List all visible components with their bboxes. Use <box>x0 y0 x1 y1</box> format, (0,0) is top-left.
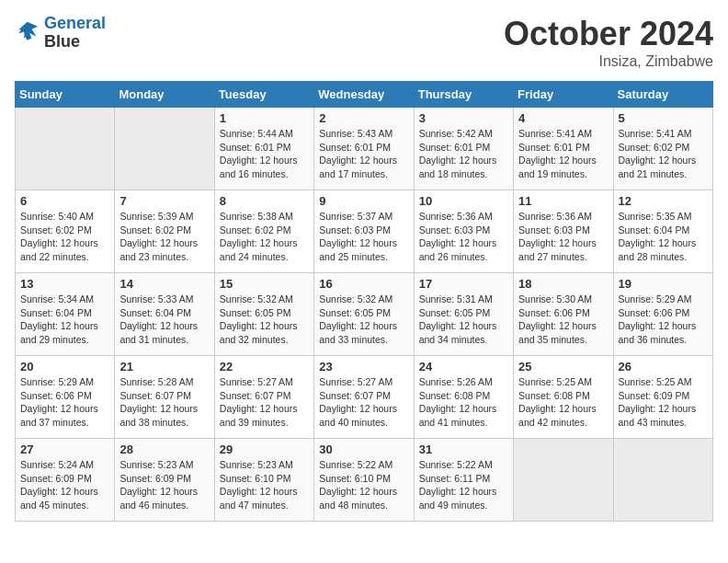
col-header-thursday: Thursday <box>414 82 513 108</box>
day-number: 30 <box>319 442 408 456</box>
day-cell: 23Sunrise: 5:27 AMSunset: 6:07 PMDayligh… <box>314 356 414 439</box>
day-number: 2 <box>319 111 408 125</box>
day-number: 21 <box>119 360 209 373</box>
day-cell: 29Sunrise: 5:23 AMSunset: 6:10 PMDayligh… <box>214 439 313 522</box>
day-info: Sunrise: 5:22 AMSunset: 6:10 PMDaylight:… <box>319 458 408 512</box>
day-number: 18 <box>518 277 608 291</box>
month-title: October 2024 <box>504 15 713 53</box>
col-header-sunday: Sunday <box>16 82 115 108</box>
day-info: Sunrise: 5:29 AMSunset: 6:06 PMDaylight:… <box>20 375 109 430</box>
day-number: 15 <box>220 277 309 291</box>
day-number: 10 <box>419 194 508 208</box>
day-number: 3 <box>419 111 508 125</box>
day-number: 6 <box>20 194 109 208</box>
day-cell: 25Sunrise: 5:25 AMSunset: 6:08 PMDayligh… <box>514 356 613 439</box>
calendar-table: SundayMondayTuesdayWednesdayThursdayFrid… <box>15 81 713 522</box>
day-number: 5 <box>619 111 708 125</box>
day-number: 26 <box>619 360 708 373</box>
day-number: 28 <box>119 442 209 456</box>
title-block: October 2024 Insiza, Zimbabwe <box>504 15 713 70</box>
day-number: 14 <box>119 277 209 291</box>
col-header-tuesday: Tuesday <box>214 82 313 108</box>
col-header-friday: Friday <box>514 82 613 108</box>
week-row-1: 1Sunrise: 5:44 AMSunset: 6:01 PMDaylight… <box>16 108 713 190</box>
day-info: Sunrise: 5:36 AMSunset: 6:03 PMDaylight:… <box>419 210 508 264</box>
day-number: 13 <box>20 277 109 291</box>
day-number: 27 <box>20 442 109 456</box>
day-number: 25 <box>518 360 608 373</box>
week-row-3: 13Sunrise: 5:34 AMSunset: 6:04 PMDayligh… <box>16 273 713 356</box>
day-info: Sunrise: 5:23 AMSunset: 6:09 PMDaylight:… <box>119 458 209 512</box>
day-cell: 3Sunrise: 5:42 AMSunset: 6:01 PMDaylight… <box>414 108 513 190</box>
day-number: 19 <box>619 277 708 291</box>
day-info: Sunrise: 5:33 AMSunset: 6:04 PMDaylight:… <box>119 293 209 347</box>
day-info: Sunrise: 5:30 AMSunset: 6:06 PMDaylight:… <box>518 293 608 347</box>
day-cell: 6Sunrise: 5:40 AMSunset: 6:02 PMDaylight… <box>16 190 115 273</box>
day-cell: 27Sunrise: 5:24 AMSunset: 6:09 PMDayligh… <box>16 439 115 522</box>
day-cell: 7Sunrise: 5:39 AMSunset: 6:02 PMDaylight… <box>115 190 214 273</box>
day-cell: 22Sunrise: 5:27 AMSunset: 6:07 PMDayligh… <box>214 356 313 439</box>
day-info: Sunrise: 5:27 AMSunset: 6:07 PMDaylight:… <box>319 375 408 430</box>
day-number: 4 <box>518 111 608 125</box>
day-cell: 2Sunrise: 5:43 AMSunset: 6:01 PMDaylight… <box>314 108 414 190</box>
location-subtitle: Insiza, Zimbabwe <box>504 53 713 70</box>
col-header-monday: Monday <box>115 82 214 108</box>
day-info: Sunrise: 5:34 AMSunset: 6:04 PMDaylight:… <box>20 293 109 347</box>
day-info: Sunrise: 5:27 AMSunset: 6:07 PMDaylight:… <box>220 375 309 430</box>
day-cell: 28Sunrise: 5:23 AMSunset: 6:09 PMDayligh… <box>115 439 214 522</box>
day-info: Sunrise: 5:29 AMSunset: 6:06 PMDaylight:… <box>619 293 708 347</box>
day-info: Sunrise: 5:28 AMSunset: 6:07 PMDaylight:… <box>119 375 209 430</box>
header-row: SundayMondayTuesdayWednesdayThursdayFrid… <box>16 82 713 108</box>
day-cell: 16Sunrise: 5:32 AMSunset: 6:05 PMDayligh… <box>314 273 414 356</box>
day-number: 29 <box>220 442 309 456</box>
day-cell <box>115 108 214 190</box>
day-info: Sunrise: 5:31 AMSunset: 6:05 PMDaylight:… <box>419 293 508 347</box>
logo: General Blue <box>15 15 106 52</box>
week-row-2: 6Sunrise: 5:40 AMSunset: 6:02 PMDaylight… <box>16 190 713 273</box>
day-cell: 18Sunrise: 5:30 AMSunset: 6:06 PMDayligh… <box>514 273 613 356</box>
day-number: 12 <box>619 194 708 208</box>
day-cell <box>613 439 712 522</box>
day-number: 8 <box>220 194 309 208</box>
day-cell: 13Sunrise: 5:34 AMSunset: 6:04 PMDayligh… <box>16 273 115 356</box>
day-info: Sunrise: 5:22 AMSunset: 6:11 PMDaylight:… <box>419 458 508 512</box>
day-info: Sunrise: 5:39 AMSunset: 6:02 PMDaylight:… <box>119 210 209 264</box>
day-info: Sunrise: 5:37 AMSunset: 6:03 PMDaylight:… <box>319 210 408 264</box>
day-cell: 30Sunrise: 5:22 AMSunset: 6:10 PMDayligh… <box>314 439 414 522</box>
day-number: 23 <box>319 360 408 373</box>
day-info: Sunrise: 5:41 AMSunset: 6:02 PMDaylight:… <box>619 127 708 181</box>
page-header: General Blue October 2024 Insiza, Zimbab… <box>15 15 713 70</box>
day-cell: 17Sunrise: 5:31 AMSunset: 6:05 PMDayligh… <box>414 273 513 356</box>
day-number: 31 <box>419 442 508 456</box>
day-info: Sunrise: 5:25 AMSunset: 6:08 PMDaylight:… <box>518 375 608 430</box>
day-number: 20 <box>20 360 109 373</box>
day-info: Sunrise: 5:44 AMSunset: 6:01 PMDaylight:… <box>220 127 309 181</box>
col-header-wednesday: Wednesday <box>314 82 414 108</box>
day-info: Sunrise: 5:36 AMSunset: 6:03 PMDaylight:… <box>518 210 608 264</box>
day-cell: 9Sunrise: 5:37 AMSunset: 6:03 PMDaylight… <box>314 190 414 273</box>
col-header-saturday: Saturday <box>613 82 712 108</box>
day-number: 11 <box>518 194 608 208</box>
day-info: Sunrise: 5:32 AMSunset: 6:05 PMDaylight:… <box>220 293 309 347</box>
day-cell: 10Sunrise: 5:36 AMSunset: 6:03 PMDayligh… <box>414 190 513 273</box>
day-cell: 31Sunrise: 5:22 AMSunset: 6:11 PMDayligh… <box>414 439 513 522</box>
logo-text: General Blue <box>44 15 106 52</box>
day-cell <box>514 439 613 522</box>
day-cell: 19Sunrise: 5:29 AMSunset: 6:06 PMDayligh… <box>613 273 712 356</box>
day-cell: 21Sunrise: 5:28 AMSunset: 6:07 PMDayligh… <box>115 356 214 439</box>
day-info: Sunrise: 5:25 AMSunset: 6:09 PMDaylight:… <box>619 375 708 430</box>
day-cell: 26Sunrise: 5:25 AMSunset: 6:09 PMDayligh… <box>613 356 712 439</box>
day-number: 17 <box>419 277 508 291</box>
day-cell: 1Sunrise: 5:44 AMSunset: 6:01 PMDaylight… <box>214 108 313 190</box>
day-info: Sunrise: 5:41 AMSunset: 6:01 PMDaylight:… <box>518 127 608 181</box>
day-cell: 12Sunrise: 5:35 AMSunset: 6:04 PMDayligh… <box>613 190 712 273</box>
day-number: 1 <box>220 111 309 125</box>
day-cell: 11Sunrise: 5:36 AMSunset: 6:03 PMDayligh… <box>514 190 613 273</box>
day-cell: 14Sunrise: 5:33 AMSunset: 6:04 PMDayligh… <box>115 273 214 356</box>
week-row-5: 27Sunrise: 5:24 AMSunset: 6:09 PMDayligh… <box>16 439 713 522</box>
day-info: Sunrise: 5:23 AMSunset: 6:10 PMDaylight:… <box>220 458 309 512</box>
day-info: Sunrise: 5:32 AMSunset: 6:05 PMDaylight:… <box>319 293 408 347</box>
day-cell: 15Sunrise: 5:32 AMSunset: 6:05 PMDayligh… <box>214 273 313 356</box>
day-number: 9 <box>319 194 408 208</box>
day-info: Sunrise: 5:38 AMSunset: 6:02 PMDaylight:… <box>220 210 309 264</box>
